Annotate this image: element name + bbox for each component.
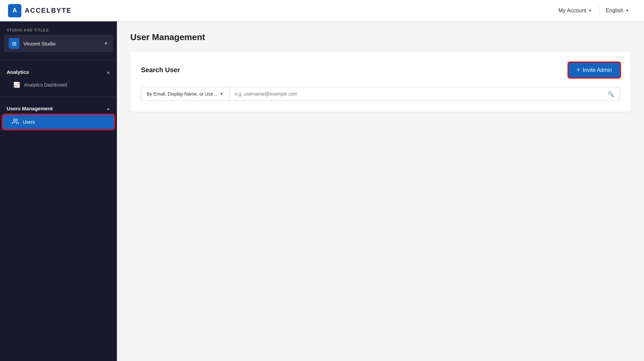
- nav-divider-2: [0, 97, 117, 97]
- search-card: Search User + Invite Admin By Email, Dis…: [130, 52, 631, 112]
- my-account-label: My Account: [558, 8, 586, 14]
- page-title: User Management: [130, 32, 631, 42]
- users-management-arrow-icon: ▲: [106, 106, 110, 111]
- logo-icon: A: [8, 4, 21, 17]
- studio-chevron-icon: ▼: [104, 41, 108, 46]
- users-icon: [12, 118, 19, 126]
- studio-icon: ⊞: [9, 38, 19, 49]
- users-management-section-header[interactable]: Users Management ▲: [0, 102, 117, 115]
- invite-admin-label: Invite Admin: [583, 67, 612, 73]
- dropdown-chevron-icon: ▼: [220, 92, 224, 96]
- search-filter-dropdown[interactable]: By Email, Display Name, or Use... ▼: [141, 87, 229, 101]
- sidebar-item-analytics-dashboard[interactable]: 📈 Analytics Dashboard: [1, 78, 116, 91]
- search-card-title: Search User: [141, 66, 180, 74]
- search-row: By Email, Display Name, or Use... ▼ 🔍: [141, 87, 620, 101]
- analytics-dashboard-icon: 📈: [13, 82, 20, 88]
- search-input[interactable]: [235, 87, 608, 101]
- language-chevron-icon: ▼: [625, 8, 629, 13]
- search-filter-label: By Email, Display Name, or Use...: [147, 91, 217, 97]
- my-account-button[interactable]: My Account ▼: [552, 4, 599, 17]
- nav-divider-1: [0, 60, 117, 61]
- users-management-section: Users Management ▲ Users: [0, 100, 117, 132]
- analytics-section-header[interactable]: Analytics ▲: [0, 66, 117, 78]
- users-label: Users: [23, 119, 35, 125]
- sidebar-item-users[interactable]: Users: [3, 115, 114, 129]
- logo-letter: A: [13, 7, 17, 14]
- analytics-arrow-icon: ▲: [106, 70, 110, 75]
- search-card-header: Search User + Invite Admin: [141, 63, 620, 78]
- studio-selector[interactable]: ⊞ Vincent Studio ▼: [4, 35, 113, 52]
- analytics-section-title: Analytics: [7, 69, 29, 75]
- studio-name: Vincent Studio: [23, 41, 100, 46]
- language-label: English: [606, 8, 623, 14]
- my-account-chevron-icon: ▼: [588, 8, 592, 13]
- search-input-wrap: 🔍: [229, 87, 620, 101]
- analytics-dashboard-label: Analytics Dashboard: [24, 82, 67, 88]
- invite-plus-icon: +: [577, 67, 580, 74]
- sidebar: STUDIO AND TITLES ⊞ Vincent Studio ▼ Ana…: [0, 21, 117, 361]
- invite-admin-button[interactable]: + Invite Admin: [569, 63, 620, 78]
- language-button[interactable]: English ▼: [599, 4, 636, 17]
- header: A ACCELBYTE My Account ▼ English ▼: [0, 0, 644, 21]
- sidebar-section-label: STUDIO AND TITLES: [0, 21, 117, 35]
- logo-text: ACCELBYTE: [25, 7, 71, 14]
- search-icon: 🔍: [608, 91, 614, 97]
- users-management-section-title: Users Management: [7, 106, 53, 111]
- analytics-section: Analytics ▲ 📈 Analytics Dashboard: [0, 63, 117, 94]
- layout: STUDIO AND TITLES ⊞ Vincent Studio ▼ Ana…: [0, 21, 644, 361]
- header-right: My Account ▼ English ▼: [552, 4, 636, 17]
- logo-area: A ACCELBYTE: [8, 4, 71, 17]
- main-content: User Management Search User + Invite Adm…: [117, 21, 644, 361]
- svg-point-0: [13, 119, 16, 121]
